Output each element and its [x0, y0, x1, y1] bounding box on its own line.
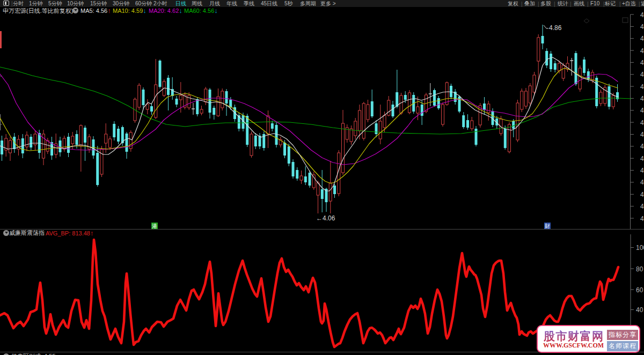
- svg-text:4.25: 4.25: [640, 167, 644, 174]
- svg-text:4.50: 4.50: [640, 107, 644, 114]
- svg-text:60: 60: [636, 286, 643, 294]
- svg-text:100: 100: [636, 244, 644, 252]
- svg-text:財: 財: [545, 223, 550, 229]
- svg-text:4.40: 4.40: [640, 131, 644, 138]
- svg-text:4.15: 4.15: [640, 191, 644, 198]
- svg-text:4.75: 4.75: [640, 47, 644, 55]
- svg-text:4.70: 4.70: [640, 59, 644, 66]
- svg-text:4.85: 4.85: [640, 23, 644, 31]
- svg-text:4.05: 4.05: [640, 215, 644, 223]
- svg-text:80: 80: [636, 265, 643, 273]
- svg-text:4.30: 4.30: [640, 155, 644, 162]
- svg-text:4.60: 4.60: [640, 83, 644, 91]
- svg-text:港: 港: [152, 223, 157, 229]
- svg-text:4.45: 4.45: [640, 119, 644, 127]
- svg-text:4.20: 4.20: [640, 179, 644, 186]
- svg-text:4.65: 4.65: [640, 71, 644, 78]
- svg-text:4.35: 4.35: [640, 143, 644, 150]
- svg-text:4.80: 4.80: [640, 35, 644, 42]
- svg-text:←4.06: ←4.06: [316, 215, 335, 222]
- svg-text:4.55: 4.55: [640, 95, 644, 102]
- svg-text:4.90: 4.90: [640, 11, 644, 19]
- svg-text:40: 40: [636, 306, 643, 314]
- svg-text:4.10: 4.10: [640, 203, 644, 210]
- svg-text:4.86: 4.86: [549, 24, 562, 32]
